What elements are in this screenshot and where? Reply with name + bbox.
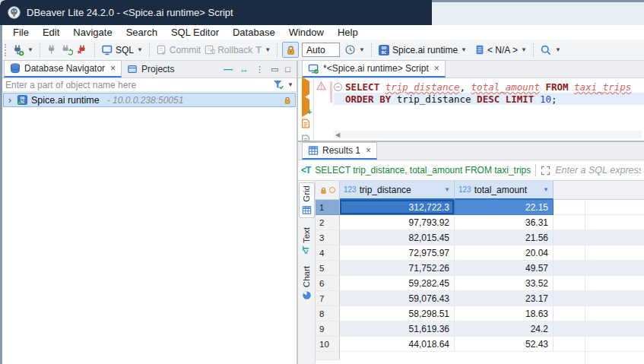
cell-total-amount[interactable]: 21.56 (455, 230, 554, 245)
maximize-panel-icon[interactable]: □ (285, 65, 290, 74)
sql-expression-input[interactable] (555, 165, 641, 176)
new-connection-dropdown[interactable]: ▼ (27, 46, 33, 53)
search-button[interactable]: ▼ (538, 43, 563, 58)
editor-horizontal-scrollbar[interactable]: ◀ (334, 131, 642, 138)
menu-file[interactable]: File (6, 27, 36, 38)
cell-total-amount[interactable]: 20.04 (455, 245, 554, 261)
commit-mode-combo[interactable]: Auto (302, 43, 340, 57)
active-connection-selector[interactable]: OD BC Spice.ai runtime ▼ (376, 43, 468, 58)
tab-database-navigator[interactable]: Database Navigator × (4, 60, 122, 78)
row-number[interactable]: 8 (316, 306, 340, 321)
cell-total-amount[interactable]: 22.15 (455, 200, 554, 215)
connection-dropdown[interactable]: ▼ (461, 46, 467, 53)
tab-projects[interactable]: Projects (122, 60, 179, 78)
cell-trip-distance[interactable]: 44,018.64 (340, 337, 455, 352)
cell-total-amount[interactable]: 49.57 (455, 261, 554, 276)
cell-trip-distance[interactable]: 312,722.3 (340, 200, 455, 215)
minimize-panel-icon[interactable]: ▭ (271, 65, 278, 74)
rail-tab-chart[interactable]: Chart (299, 264, 315, 302)
filter-dropdown[interactable]: ▼ (287, 81, 293, 88)
connection-lock-toggle[interactable] (282, 42, 299, 58)
row-number[interactable]: 2 (316, 215, 340, 230)
table-row[interactable]: 759,076.4323.17 (316, 291, 644, 306)
grid-corner-cell[interactable] (316, 181, 340, 200)
connect-button[interactable] (45, 43, 59, 57)
active-schema-selector[interactable]: < N/A > ▼ (473, 43, 528, 57)
code-line[interactable]: ORDER BY trip_distance DESC LIMIT 10; (334, 93, 644, 105)
row-number[interactable]: 3 (316, 230, 340, 245)
cell-trip-distance[interactable]: 71,752.26 (340, 261, 455, 276)
sql-text-filter-icon[interactable]: <T (301, 165, 310, 176)
menu-window[interactable]: Window (282, 27, 331, 38)
cell-total-amount[interactable]: 24.2 (455, 321, 554, 337)
cell-trip-distance[interactable]: 97,793.92 (340, 215, 455, 230)
cell-trip-distance[interactable]: 72,975.97 (340, 245, 455, 261)
menu-edit[interactable]: Edit (36, 27, 66, 38)
table-row[interactable]: 858,298.5118.63 (316, 306, 644, 321)
menu-sql-editor[interactable]: SQL Editor (164, 27, 226, 38)
column-header-total-amount[interactable]: 123 total_amount ▼ (455, 181, 554, 200)
table-row[interactable]: 1312,722.322.15 (316, 200, 644, 215)
scroll-left-icon[interactable]: ◀ (334, 131, 340, 138)
menu-search[interactable]: Search (119, 27, 164, 38)
cell-total-amount[interactable]: 33.52 (455, 276, 554, 291)
column-header-trip-distance[interactable]: 123 trip_distance ▼ (340, 181, 455, 200)
search-dropdown[interactable]: ▼ (555, 46, 561, 53)
sort-filter-icon[interactable]: ▼ (444, 186, 450, 193)
cell-total-amount[interactable]: 52.43 (455, 337, 554, 352)
row-number[interactable]: 1 (316, 200, 340, 215)
rail-tab-grid[interactable]: Grid (299, 182, 315, 218)
row-number[interactable]: 5 (316, 261, 340, 276)
cell-trip-distance[interactable]: 51,619.36 (340, 321, 455, 337)
table-row[interactable]: 472,975.9720.04 (316, 245, 644, 261)
table-row[interactable]: 951,619.3624.2 (316, 321, 644, 337)
close-icon[interactable]: × (366, 145, 371, 156)
expand-filter-icon[interactable] (541, 166, 550, 176)
menu-help[interactable]: Help (331, 27, 365, 38)
new-connection-button[interactable]: ▼ (11, 43, 35, 58)
filter-funnel-icon[interactable] (273, 80, 284, 90)
cell-trip-distance[interactable]: 82,015.45 (340, 230, 455, 245)
transaction-log-button[interactable]: ▼ (343, 43, 366, 57)
cell-total-amount[interactable]: 36.31 (455, 215, 554, 230)
warning-marker-icon[interactable] (316, 81, 326, 90)
cell-total-amount[interactable]: 18.63 (455, 306, 554, 321)
data-grid[interactable]: 123 trip_distance ▼ 123 total_amount ▼ 1… (316, 181, 644, 364)
link-with-editor-icon[interactable]: ↔ (240, 64, 249, 74)
menu-navigate[interactable]: Navigate (66, 27, 119, 38)
cell-trip-distance[interactable]: 59,076.43 (340, 291, 455, 306)
table-row[interactable]: 1044,018.6452.43 (316, 337, 644, 352)
rollback-button[interactable]: Rollback (202, 43, 254, 57)
execute-new-tab-button[interactable]: + (302, 100, 309, 113)
menu-database[interactable]: Database (226, 27, 282, 38)
close-icon[interactable]: × (110, 63, 116, 74)
cell-total-amount[interactable]: 23.17 (455, 291, 554, 306)
table-row[interactable]: 297,793.9236.31 (316, 215, 644, 230)
transaction-dropdown[interactable]: ▼ (265, 46, 271, 53)
table-row[interactable]: 382,015.4521.56 (316, 230, 644, 245)
row-number[interactable]: 9 (316, 321, 340, 337)
tab-sql-script[interactable]: *<Spice.ai runtime> Script × (302, 60, 446, 78)
tree-item-connection[interactable]: › OD BC Spice.ai runtime - 10.0.0.238:50… (3, 93, 296, 107)
expand-chevron-icon[interactable]: › (6, 95, 14, 106)
tab-results-1[interactable]: Results 1 × (302, 142, 377, 160)
row-number[interactable]: 4 (316, 245, 340, 261)
cell-trip-distance[interactable]: 59,282.45 (340, 276, 455, 291)
disconnect-button[interactable] (75, 43, 90, 57)
reconnect-button[interactable] (59, 43, 75, 57)
cell-trip-distance[interactable]: 58,298.51 (340, 306, 455, 321)
transaction-mode-button[interactable]: T ▼ (254, 43, 272, 57)
row-number[interactable]: 10 (316, 337, 340, 352)
transaction-log-dropdown[interactable]: ▼ (359, 46, 365, 53)
sort-filter-icon[interactable]: ▼ (543, 186, 549, 193)
close-icon[interactable]: × (434, 63, 439, 74)
code-lines[interactable]: −SELECT trip_distance, total_amount FROM… (334, 81, 644, 105)
fold-marker-icon[interactable]: − (334, 83, 342, 91)
toolbar-grip[interactable] (5, 44, 8, 56)
sql-dropdown[interactable]: ▼ (137, 46, 143, 53)
sql-editor-button[interactable]: SQL ▼ (100, 43, 144, 58)
object-filter-input[interactable] (5, 80, 273, 90)
table-row[interactable]: 571,752.2649.57 (316, 261, 644, 276)
view-menu-icon[interactable]: ⋮ (255, 65, 264, 74)
row-number[interactable]: 7 (316, 291, 340, 306)
